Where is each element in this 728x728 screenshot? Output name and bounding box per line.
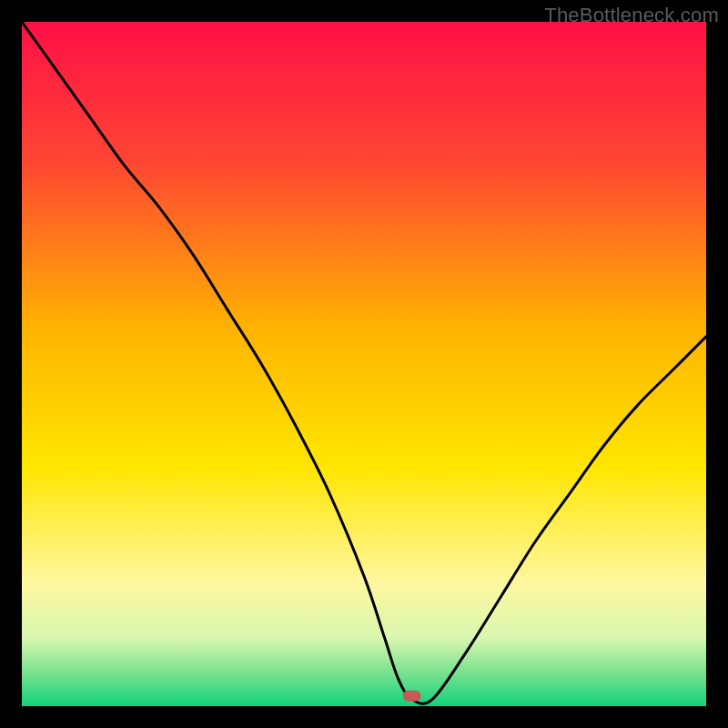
outer-frame: TheBottleneck.com bbox=[0, 0, 728, 728]
chart-svg bbox=[22, 22, 706, 706]
optimal-marker bbox=[403, 691, 421, 702]
plot-area bbox=[22, 22, 706, 706]
chart-background bbox=[22, 22, 706, 706]
